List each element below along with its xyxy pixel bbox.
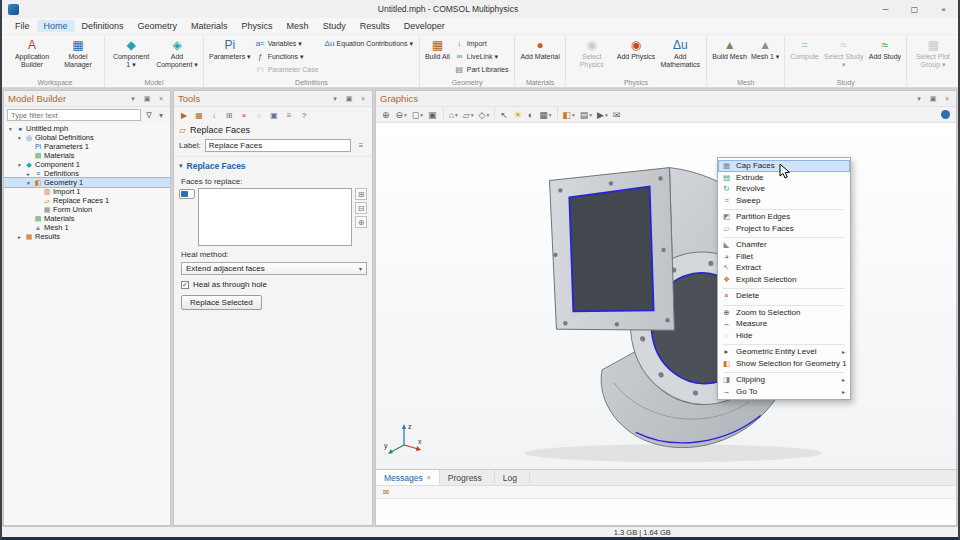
tree-expander-icon[interactable]: ▾ — [25, 180, 32, 186]
tree-item-import-1[interactable]: ▥ Import 1 — [4, 187, 170, 196]
ctx-clipping[interactable]: ◨ Clipping ▸ — [718, 374, 850, 386]
zoom-in-icon[interactable]: ⊕ — [380, 108, 393, 122]
projection-icon[interactable]: ◇ ▾ — [477, 108, 492, 122]
filter-input[interactable] — [7, 109, 141, 121]
zoom-to-selection-icon[interactable]: ⊕ — [355, 216, 367, 228]
panel-menu-icon[interactable]: ▾ — [330, 95, 340, 103]
go-to-default-view-icon[interactable]: ⌂ ▾ — [447, 108, 460, 122]
close-panel-icon[interactable]: × — [942, 95, 952, 103]
tree-item-global-definitions[interactable]: ▾ ◎ Global Definitions — [4, 133, 170, 142]
tree-expander-icon[interactable]: ▾ — [7, 126, 14, 132]
build-all-objects-icon[interactable]: ▦ — [193, 109, 205, 121]
selection-color-icon[interactable]: ◧ ▾ — [561, 108, 577, 122]
context-menu-item[interactable] — [723, 207, 845, 210]
transparency-icon[interactable]: ◐ — [526, 108, 536, 122]
zoom-extents-icon[interactable]: ◻ ▾ — [410, 108, 425, 122]
menu-developer[interactable]: Developer — [397, 20, 452, 32]
ctx-hide[interactable]: ◌ Hide — [718, 330, 850, 342]
ctx-extract[interactable]: ↖ Extract — [718, 262, 850, 274]
replace-selected-button[interactable]: Replace Selected — [181, 295, 262, 310]
image-snapshot-icon[interactable]: ▤ ▾ — [578, 108, 594, 122]
add-study-button[interactable]: ≈ Add Study — [867, 37, 903, 77]
graphics-canvas[interactable]: z y x ▦ Cap Faces ▤ — [376, 123, 956, 469]
part-libraries-button[interactable]: ▤ Part Libraries — [452, 63, 512, 76]
tree-expander-icon[interactable]: ▸ — [25, 171, 32, 177]
close-tab-icon[interactable]: × — [427, 474, 431, 481]
menu-file[interactable]: File — [8, 20, 37, 32]
component-1-button[interactable]: ◆ Component 1 ▾ — [108, 37, 154, 77]
ctx-fillet[interactable]: ◕ Fillet — [718, 251, 850, 263]
tree-item-parameters-1[interactable]: Pi Parameters 1 — [4, 142, 170, 151]
tree-item-geometry-1[interactable]: ▾ ◧ Geometry 1 — [4, 178, 170, 187]
filter-icon[interactable]: ∇ — [143, 109, 155, 121]
compute-button[interactable]: = Compute — [788, 37, 820, 77]
equation-contributions-button[interactable]: Δu Equation Contributions ▾ — [322, 37, 416, 50]
copy-selection-icon[interactable]: ⊞ — [355, 188, 367, 200]
select-plot-group-button[interactable]: ▦ Select Plot Group ▾ — [910, 37, 956, 77]
tree-item-replace-faces-1[interactable]: ▱ Replace Faces 1 — [4, 196, 170, 205]
build-mesh-button[interactable]: ▲ Build Mesh — [710, 37, 749, 77]
menu-physics[interactable]: Physics — [235, 20, 280, 32]
graphics-toolbar-icon[interactable] — [557, 108, 558, 119]
menu-materials[interactable]: Materials — [184, 20, 235, 32]
scene-light-icon[interactable]: ☀ — [512, 108, 525, 122]
graphics-toolbar-icon[interactable] — [443, 108, 444, 119]
ctx-geometric-entity-level[interactable]: ▸ Geometric Entity Level ▸ — [718, 346, 850, 358]
tree-expander-icon[interactable]: ▾ — [16, 135, 23, 141]
ctx-revolve[interactable]: ↻ Revolve — [718, 183, 850, 195]
context-menu-item[interactable] — [723, 303, 845, 306]
ctx-chamfer[interactable]: ◣ Chamfer — [718, 239, 850, 251]
add-selection-icon[interactable]: ⊞ — [223, 109, 235, 121]
add-material-button[interactable]: ● Add Material — [518, 37, 561, 77]
go-to-view-icon[interactable]: ▱ ▾ — [461, 108, 476, 122]
context-menu-item[interactable] — [723, 235, 845, 238]
heal-through-hole-checkbox[interactable]: ✓ — [181, 281, 189, 289]
import-button[interactable]: ↓ Import — [452, 37, 512, 50]
ctx-go-to[interactable]: → Go To ▸ — [718, 386, 850, 398]
panel-menu-icon[interactable]: ▾ — [128, 95, 138, 103]
application-builder-button[interactable]: A Application Builder — [9, 37, 55, 77]
build-selected-icon[interactable]: ▶ — [178, 109, 190, 121]
tree-item-form-union[interactable]: ▦ Form Union — [4, 205, 170, 214]
menu-study[interactable]: Study — [316, 20, 353, 32]
minimize-button[interactable]: ─ — [871, 0, 900, 18]
settings-menu-icon[interactable]: ≡ — [283, 109, 295, 121]
tab-messages[interactable]: Messages × — [376, 470, 440, 485]
add-mathematics-button[interactable]: Δu Add Mathematics — [657, 37, 703, 77]
close-button[interactable]: × — [929, 0, 958, 18]
menu-definitions[interactable]: Definitions — [75, 20, 131, 32]
menu-home[interactable]: Home — [37, 20, 75, 32]
menu-results[interactable]: Results — [353, 20, 397, 32]
graphics-toolbar-icon[interactable] — [494, 108, 495, 119]
duplicate-icon[interactable]: ▣ — [268, 109, 280, 121]
close-panel-icon[interactable]: × — [358, 95, 368, 103]
section-replace-faces[interactable]: ▾ Replace Faces — [174, 156, 372, 173]
rename-label-icon[interactable]: ≡ — [355, 140, 367, 152]
ctx-measure[interactable]: ↔ Measure — [718, 318, 850, 330]
select-mode-icon[interactable]: ↖ — [498, 108, 511, 122]
help-icon[interactable]: ? — [298, 109, 310, 121]
functions-button[interactable]: ƒ Functions ▾ — [253, 50, 322, 63]
animation-icon[interactable]: ▶ ▾ — [595, 108, 610, 122]
zoom-out-icon[interactable]: ⊖ ▾ — [394, 108, 409, 122]
tree-item-results[interactable]: ▸ ▦ Results — [4, 232, 170, 241]
import-icon[interactable]: ↓ — [208, 109, 220, 121]
float-panel-icon[interactable]: ▣ — [344, 95, 354, 103]
ctx-partition-edges[interactable]: ◩ Partition Edges — [718, 211, 850, 223]
toolbar-overflow-icon[interactable] — [941, 110, 950, 119]
ctx-sweep[interactable]: ≈ Sweep — [718, 195, 850, 207]
context-menu-item[interactable] — [723, 342, 845, 345]
fan-model[interactable] — [376, 123, 956, 469]
heal-method-dropdown[interactable]: Extend adjacent faces ▾ — [181, 262, 367, 275]
active-selection-toggle[interactable] — [179, 189, 195, 199]
ctx-explicit-selection[interactable]: ❖ Explicit Selection — [718, 274, 850, 286]
tree-item-mesh-1[interactable]: ▲ Mesh 1 — [4, 223, 170, 232]
livelink-button[interactable]: ∞ LiveLink ▾ — [452, 50, 512, 63]
ctx-project-to-faces[interactable]: ▱ Project to Faces — [718, 223, 850, 235]
variables-button[interactable]: a= Variables ▾ — [253, 37, 322, 50]
select-physics-interface-button[interactable]: ◉ Select Physics Interface ▾ — [569, 37, 615, 77]
ctx-zoom-to-selection[interactable]: ⊕ Zoom to Selection — [718, 307, 850, 319]
parameters-button[interactable]: Pi Parameters ▾ — [207, 37, 253, 77]
model-manager-button[interactable]: ▦ Model Manager — [55, 37, 101, 77]
print-icon[interactable]: ✉ — [611, 108, 624, 122]
